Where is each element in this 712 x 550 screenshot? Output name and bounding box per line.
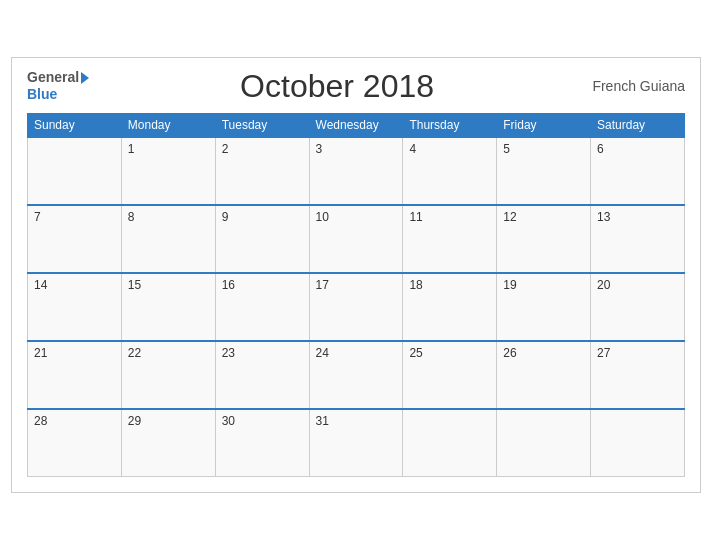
calendar-cell: 21: [28, 341, 122, 409]
day-number: 4: [409, 142, 416, 156]
day-number: 25: [409, 346, 422, 360]
day-number: 6: [597, 142, 604, 156]
table-row: 28293031: [28, 409, 685, 477]
calendar-cell: [28, 137, 122, 205]
calendar-cell: 4: [403, 137, 497, 205]
day-number: 8: [128, 210, 135, 224]
calendar-cell: 31: [309, 409, 403, 477]
table-row: 78910111213: [28, 205, 685, 273]
day-number: 10: [316, 210, 329, 224]
table-row: 123456: [28, 137, 685, 205]
day-number: 31: [316, 414, 329, 428]
calendar-cell: 11: [403, 205, 497, 273]
calendar-cell: 30: [215, 409, 309, 477]
logo-general-text: General: [27, 69, 79, 86]
day-number: 13: [597, 210, 610, 224]
calendar-cell: 18: [403, 273, 497, 341]
calendar-cell: 14: [28, 273, 122, 341]
calendar-cell: 26: [497, 341, 591, 409]
logo-triangle-icon: [81, 72, 89, 84]
calendar-cell: 13: [591, 205, 685, 273]
calendar-cell: [497, 409, 591, 477]
logo-blue-text: Blue: [27, 86, 89, 103]
calendar-cell: 22: [121, 341, 215, 409]
calendar: General Blue October 2018 French Guiana …: [11, 57, 701, 494]
logo: General Blue: [27, 69, 89, 103]
day-number: 1: [128, 142, 135, 156]
calendar-cell: 10: [309, 205, 403, 273]
calendar-cell: 16: [215, 273, 309, 341]
day-number: 7: [34, 210, 41, 224]
day-number: 12: [503, 210, 516, 224]
calendar-cell: 29: [121, 409, 215, 477]
day-number: 5: [503, 142, 510, 156]
header-monday: Monday: [121, 113, 215, 137]
header-friday: Friday: [497, 113, 591, 137]
day-number: 30: [222, 414, 235, 428]
header-tuesday: Tuesday: [215, 113, 309, 137]
days-header-row: Sunday Monday Tuesday Wednesday Thursday…: [28, 113, 685, 137]
calendar-cell: 15: [121, 273, 215, 341]
header-thursday: Thursday: [403, 113, 497, 137]
day-number: 21: [34, 346, 47, 360]
day-number: 23: [222, 346, 235, 360]
calendar-cell: 27: [591, 341, 685, 409]
table-row: 14151617181920: [28, 273, 685, 341]
day-number: 26: [503, 346, 516, 360]
calendar-cell: 1: [121, 137, 215, 205]
header-wednesday: Wednesday: [309, 113, 403, 137]
day-number: 24: [316, 346, 329, 360]
day-number: 27: [597, 346, 610, 360]
day-number: 17: [316, 278, 329, 292]
day-number: 11: [409, 210, 422, 224]
day-number: 28: [34, 414, 47, 428]
day-number: 9: [222, 210, 229, 224]
calendar-cell: 24: [309, 341, 403, 409]
calendar-cell: 7: [28, 205, 122, 273]
day-number: 14: [34, 278, 47, 292]
day-number: 19: [503, 278, 516, 292]
calendar-header: General Blue October 2018 French Guiana: [27, 68, 685, 105]
header-saturday: Saturday: [591, 113, 685, 137]
calendar-cell: 12: [497, 205, 591, 273]
calendar-cell: [403, 409, 497, 477]
day-number: 18: [409, 278, 422, 292]
table-row: 21222324252627: [28, 341, 685, 409]
calendar-cell: 28: [28, 409, 122, 477]
calendar-cell: 25: [403, 341, 497, 409]
day-number: 3: [316, 142, 323, 156]
calendar-cell: 6: [591, 137, 685, 205]
region-label: French Guiana: [585, 78, 685, 94]
month-title: October 2018: [89, 68, 585, 105]
day-number: 22: [128, 346, 141, 360]
calendar-cell: 5: [497, 137, 591, 205]
calendar-cell: 17: [309, 273, 403, 341]
day-number: 29: [128, 414, 141, 428]
calendar-cell: 23: [215, 341, 309, 409]
calendar-cell: [591, 409, 685, 477]
day-number: 15: [128, 278, 141, 292]
calendar-cell: 20: [591, 273, 685, 341]
day-number: 16: [222, 278, 235, 292]
day-number: 2: [222, 142, 229, 156]
calendar-cell: 8: [121, 205, 215, 273]
day-number: 20: [597, 278, 610, 292]
calendar-cell: 2: [215, 137, 309, 205]
calendar-cell: 19: [497, 273, 591, 341]
header-sunday: Sunday: [28, 113, 122, 137]
calendar-table: Sunday Monday Tuesday Wednesday Thursday…: [27, 113, 685, 478]
calendar-cell: 3: [309, 137, 403, 205]
calendar-cell: 9: [215, 205, 309, 273]
